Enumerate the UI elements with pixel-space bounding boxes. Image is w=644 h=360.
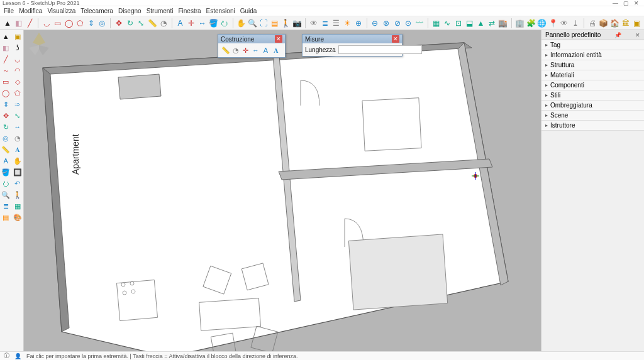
extension-icon[interactable]: 🧩 (526, 18, 536, 28)
house-icon[interactable]: 🏠 (609, 18, 619, 28)
zoom-icon[interactable]: 🔍 (1, 190, 11, 200)
minimize-button[interactable]: — (613, 0, 618, 6)
tray-item-materiali[interactable]: ▸Materiali (541, 70, 644, 80)
arc-icon[interactable]: ◡ (13, 54, 23, 64)
circle-icon[interactable]: ◯ (64, 18, 74, 28)
make-component-icon[interactable]: ▣ (13, 31, 23, 41)
zoom-icon[interactable]: 🔍 (248, 18, 258, 28)
axes-icon[interactable]: ✛ (186, 18, 196, 28)
tape-icon[interactable]: 📏 (147, 18, 157, 28)
position-camera-icon[interactable]: 📷 (292, 18, 302, 28)
menu-modifica[interactable]: Modifica (19, 8, 42, 14)
text-icon[interactable]: A (1, 156, 11, 166)
pin-icon[interactable]: 📌 (614, 32, 621, 38)
sandbox-smoove-icon[interactable]: ∿ (443, 18, 453, 28)
user-icon[interactable]: 👤 (14, 353, 21, 359)
construction-toolbar-panel[interactable]: Costruzione ✕ 📏◔✛↔A𝐀 (218, 34, 286, 58)
menu-finestra[interactable]: Finestra (178, 8, 201, 14)
measure-input[interactable] (338, 45, 422, 54)
walk-icon[interactable]: 🚶 (281, 18, 291, 28)
move-icon[interactable]: ✥ (114, 18, 124, 28)
componentize-icon[interactable]: 📦 (599, 18, 609, 28)
tray-close-icon[interactable]: ✕ (635, 32, 640, 38)
tray-header[interactable]: Pannello predefinito 📌 ✕ (541, 30, 644, 40)
tray-item-stili[interactable]: ▸Stili (541, 90, 644, 101)
protractor-icon[interactable]: ◔ (158, 18, 169, 28)
style-icon[interactable]: 🎨 (13, 212, 23, 222)
sandbox-detail-icon[interactable]: ▲ (476, 18, 486, 28)
look-icon[interactable]: 👁 (309, 18, 319, 28)
print-icon[interactable]: 🖨 (587, 18, 597, 28)
menu-file[interactable]: File (4, 8, 14, 14)
pushpull-icon[interactable]: ⇕ (1, 99, 11, 109)
close-icon[interactable]: ✕ (392, 35, 399, 43)
dimension-icon[interactable]: ↔ (13, 122, 23, 132)
scale-icon[interactable]: ⤡ (13, 111, 23, 121)
rotate-icon[interactable]: ↻ (125, 18, 135, 28)
paint-icon[interactable]: 🪣 (1, 167, 11, 177)
protractor-icon[interactable]: ◔ (231, 46, 240, 55)
tape-icon[interactable]: 📏 (1, 145, 11, 155)
tray-item-tag[interactable]: ▸Tag (541, 40, 644, 50)
tray-item-componenti[interactable]: ▸Componenti (541, 80, 644, 90)
model-canvas[interactable] (24, 30, 541, 351)
menu-telecamera[interactable]: Telecamera (80, 8, 113, 14)
eraser-icon[interactable]: ◧ (14, 18, 24, 28)
tray-item-istruttore[interactable]: ▸Istruttore (541, 121, 644, 131)
solid-subtract-icon[interactable]: ⊖ (370, 18, 380, 28)
tray-item-ombreggiatura[interactable]: ▸Ombreggiatura (541, 101, 644, 111)
solid-trim-icon[interactable]: ⊘ (392, 18, 402, 28)
help-icon[interactable]: ⓘ (4, 352, 9, 360)
outliner-icon[interactable]: ☰ (331, 18, 341, 28)
tape-icon[interactable]: 📏 (221, 46, 230, 55)
tray-item-informazioni-entità[interactable]: ▸Informazioni entità (541, 50, 644, 60)
rot-rectangle-icon[interactable]: ◇ (13, 77, 23, 87)
3d-text-icon[interactable]: 𝐀 (271, 46, 280, 55)
sandbox-drape-icon[interactable]: ⬓ (465, 18, 475, 28)
sandbox-stamp-icon[interactable]: ⊡ (453, 18, 464, 28)
3dwarehouse-icon[interactable]: 🏢 (515, 18, 525, 28)
3d-text-icon[interactable]: 𝐀 (13, 145, 23, 155)
arc-icon[interactable]: ◡ (42, 18, 52, 28)
solid-split-icon[interactable]: ⊙ (404, 18, 414, 28)
tray-item-struttura[interactable]: ▸Struttura (541, 60, 644, 70)
menu-disegno[interactable]: Disegno (118, 8, 142, 14)
orbit-icon[interactable]: ⭮ (219, 18, 230, 28)
polygon-icon[interactable]: ⬠ (75, 18, 85, 28)
freehand-icon[interactable]: ～ (1, 65, 11, 75)
line-icon[interactable]: ╱ (25, 18, 35, 28)
dimension-icon[interactable]: ↔ (251, 45, 260, 55)
circle-icon[interactable]: ◯ (1, 88, 11, 98)
menu-strumenti[interactable]: Strumenti (147, 8, 174, 14)
dimension-icon[interactable]: ↔ (197, 18, 208, 28)
menu-visualizza[interactable]: Visualizza (47, 8, 75, 14)
select-icon[interactable]: ▲ (1, 31, 11, 41)
tray-item-scene[interactable]: ▸Scene (541, 111, 644, 121)
rectangle-icon[interactable]: ▭ (1, 77, 11, 87)
pan-icon[interactable]: ✋ (13, 156, 23, 166)
export-icon[interactable]: ⤓ (570, 18, 580, 28)
preview-icon[interactable]: 👁 (560, 18, 570, 28)
building-icon[interactable]: 🏛 (621, 18, 631, 28)
close-button[interactable]: ✕ (634, 0, 639, 6)
construction-panel-title-bar[interactable]: Costruzione ✕ (218, 35, 285, 43)
walk-icon[interactable]: 🚶 (13, 190, 23, 200)
section-icon[interactable]: ▤ (270, 18, 280, 28)
text-icon[interactable]: A (175, 18, 186, 28)
measure-panel-title-bar[interactable]: Misure ✕ (303, 35, 402, 43)
sandbox-flip-icon[interactable]: ⇄ (487, 18, 497, 28)
protractor-icon[interactable]: ◔ (13, 133, 23, 143)
sandbox-icon[interactable]: ▦ (13, 201, 23, 211)
solid-intersect-icon[interactable]: ⊗ (381, 18, 391, 28)
eraser-icon[interactable]: ◧ (1, 43, 11, 53)
maximize-button[interactable]: ▢ (623, 0, 629, 6)
polygon-icon[interactable]: ⬠ (13, 88, 23, 98)
scale-icon[interactable]: ⤡ (136, 18, 147, 28)
viewport[interactable]: Apartment Costruzione ✕ 📏◔✛↔A𝐀 Misure ✕ … (24, 30, 541, 351)
add-location-icon[interactable]: 📍 (548, 18, 558, 28)
layers-icon[interactable]: ≣ (320, 18, 330, 28)
pan-icon[interactable]: ✋ (236, 18, 247, 28)
offset-icon[interactable]: ◎ (1, 133, 11, 143)
groups-icon[interactable]: ▣ (632, 18, 642, 28)
followme-icon[interactable]: ➾ (13, 99, 23, 109)
